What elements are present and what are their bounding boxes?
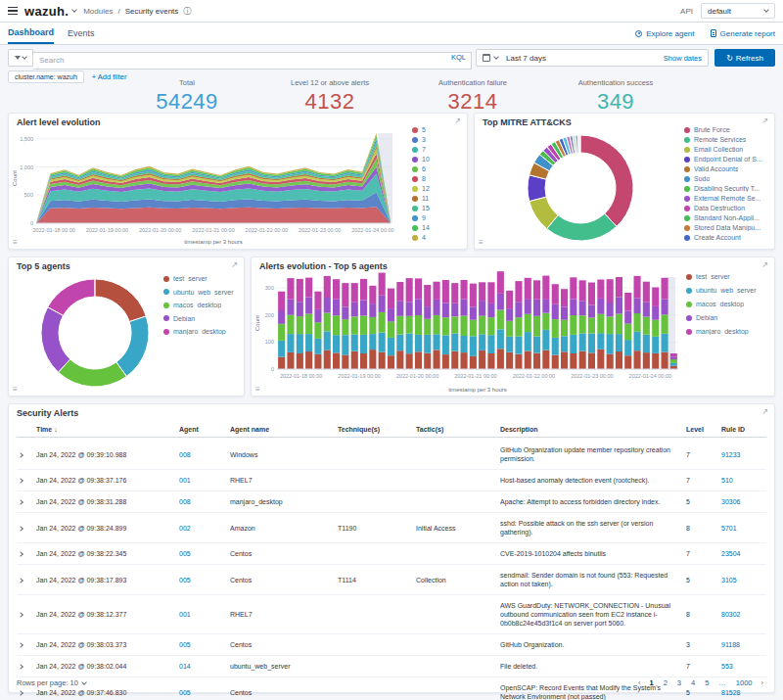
mitre-donut-chart[interactable] bbox=[483, 127, 678, 247]
tab-events[interactable]: Events bbox=[68, 23, 95, 44]
expand-panel-icon[interactable]: ↗ bbox=[231, 260, 238, 269]
page-button-1000[interactable]: 1000 bbox=[732, 677, 757, 688]
rule-id-link[interactable]: 510 bbox=[721, 477, 733, 484]
page-button-…[interactable]: … bbox=[714, 677, 730, 688]
legend-item[interactable]: 15 bbox=[412, 205, 461, 211]
breadcrumb-modules[interactable]: Modules bbox=[83, 7, 113, 16]
legend-item[interactable]: 14 bbox=[412, 224, 461, 231]
legend-item[interactable]: test_server bbox=[163, 275, 242, 282]
next-page-icon[interactable]: › bbox=[759, 678, 767, 687]
search-input[interactable] bbox=[33, 52, 472, 70]
legend-item[interactable]: macos_desktop bbox=[686, 301, 770, 307]
legend-item[interactable]: Debian bbox=[163, 315, 242, 322]
tab-dashboard[interactable]: Dashboard bbox=[8, 23, 54, 44]
legend-item[interactable]: Email Collection bbox=[684, 146, 770, 153]
expand-panel-icon[interactable]: ↗ bbox=[761, 407, 768, 416]
row-expand-button[interactable] bbox=[17, 570, 32, 590]
legend-item[interactable]: Stored Data Manipu... bbox=[684, 224, 770, 231]
page-button-2[interactable]: 2 bbox=[660, 677, 671, 688]
agent-id-link[interactable]: 002 bbox=[179, 525, 191, 532]
row-expand-button[interactable] bbox=[17, 444, 32, 465]
legend-item[interactable]: Standard Non-Appli... bbox=[684, 214, 770, 221]
legend-item[interactable]: 5 bbox=[412, 126, 461, 133]
agent-id-link[interactable]: 008 bbox=[179, 451, 191, 458]
rule-id-link[interactable]: 30306 bbox=[721, 498, 740, 505]
alert-level-area-chart[interactable]: 05001,0001,5002022-01-18 00:002022-01-19… bbox=[11, 127, 400, 247]
page-button-1[interactable]: 1 bbox=[645, 677, 657, 688]
legend-item[interactable]: Create Account bbox=[684, 234, 770, 241]
rule-id-link[interactable]: 553 bbox=[721, 663, 733, 670]
legend-toggle-icon[interactable]: ≡ bbox=[13, 239, 18, 247]
refresh-button[interactable]: ↻Refresh bbox=[714, 49, 775, 67]
top-agents-donut-chart[interactable] bbox=[11, 270, 160, 395]
legend-item[interactable]: External Remote Se... bbox=[684, 195, 770, 202]
legend-item[interactable]: 4 bbox=[412, 234, 461, 241]
rule-id-link[interactable]: 91188 bbox=[721, 641, 740, 648]
explore-agent-button[interactable]: Explore agent bbox=[635, 29, 694, 38]
row-expand-button[interactable] bbox=[17, 656, 32, 677]
row-expand-button[interactable] bbox=[17, 470, 32, 490]
agent-id-link[interactable]: 008 bbox=[179, 498, 191, 505]
legend-item[interactable]: Brute Force bbox=[684, 126, 770, 133]
rule-id-link[interactable]: 80302 bbox=[721, 611, 740, 618]
rule-id-link[interactable]: 5701 bbox=[721, 525, 737, 532]
row-expand-button[interactable] bbox=[17, 543, 32, 564]
expand-panel-icon[interactable]: ↗ bbox=[454, 117, 461, 125]
rule-id-link[interactable]: 23504 bbox=[721, 550, 740, 557]
previous-page-icon[interactable]: ‹ bbox=[635, 678, 644, 687]
column-header-tactic-s-[interactable]: Tactic(s) bbox=[412, 422, 496, 437]
agent-id-link[interactable]: 005 bbox=[179, 550, 191, 557]
column-header-time[interactable]: Time ↓ bbox=[32, 422, 175, 437]
legend-toggle-icon[interactable]: ≡ bbox=[479, 239, 484, 247]
legend-item[interactable]: Disabling Security T... bbox=[684, 185, 770, 192]
index-pattern-select[interactable]: default bbox=[701, 3, 775, 19]
legend-item[interactable]: 8 bbox=[412, 175, 461, 182]
generate-report-button[interactable]: Generate report bbox=[711, 29, 775, 38]
legend-item[interactable]: manjaro_desktop bbox=[686, 328, 770, 335]
rule-id-link[interactable]: 91233 bbox=[721, 451, 740, 458]
row-expand-button[interactable] bbox=[17, 518, 32, 538]
alerts-evolution-bar-chart[interactable]: 01002003002022-01-18 00:002022-01-19 00:… bbox=[253, 271, 686, 395]
saved-query-menu-button[interactable] bbox=[8, 49, 33, 67]
legend-item[interactable]: Endpoint Denial of S... bbox=[684, 156, 770, 163]
legend-item[interactable]: ubuntu_web_server bbox=[163, 289, 242, 296]
legend-item[interactable]: Sudo bbox=[684, 175, 770, 182]
legend-item[interactable]: Valid Accounts bbox=[684, 165, 770, 172]
legend-item[interactable]: 12 bbox=[412, 185, 461, 192]
rows-per-page-select[interactable]: Rows per page: 10 bbox=[17, 678, 86, 687]
column-header-description[interactable]: Description bbox=[496, 422, 682, 437]
time-range-value[interactable]: Last 7 days bbox=[506, 54, 660, 63]
legend-item[interactable]: manjaro_desktop bbox=[163, 328, 242, 335]
column-header-rule-id[interactable]: Rule ID bbox=[717, 422, 766, 437]
rule-id-link[interactable]: 81528 bbox=[721, 689, 740, 696]
legend-item[interactable]: Debian bbox=[686, 314, 770, 321]
kql-toggle[interactable]: KQL bbox=[451, 53, 466, 62]
legend-item[interactable]: test_server bbox=[686, 273, 770, 280]
row-expand-button[interactable] bbox=[17, 491, 32, 512]
legend-item[interactable]: 10 bbox=[412, 156, 461, 163]
legend-item[interactable]: 7 bbox=[412, 146, 461, 153]
filter-chip-cluster-name[interactable]: cluster.name: wazuh bbox=[8, 70, 84, 83]
column-header-technique-s-[interactable]: Technique(s) bbox=[334, 422, 412, 437]
agent-id-link[interactable]: 014 bbox=[179, 663, 191, 670]
legend-item[interactable]: macos_desktop bbox=[163, 302, 242, 308]
legend-item[interactable]: 9 bbox=[412, 214, 461, 221]
legend-item[interactable]: Remote Services bbox=[684, 136, 770, 143]
show-dates-button[interactable]: Show dates bbox=[664, 54, 702, 63]
info-icon[interactable]: ⓘ bbox=[183, 6, 191, 17]
legend-item[interactable]: Data Destruction bbox=[684, 205, 770, 211]
legend-item[interactable]: 6 bbox=[412, 165, 461, 172]
legend-item[interactable]: ubuntu_web_server bbox=[686, 287, 770, 294]
date-range-picker[interactable]: Last 7 days Show dates bbox=[476, 49, 709, 67]
page-button-4[interactable]: 4 bbox=[687, 677, 699, 688]
agent-id-link[interactable]: 005 bbox=[179, 689, 191, 696]
page-button-3[interactable]: 3 bbox=[673, 677, 685, 688]
legend-toggle-icon[interactable]: ≡ bbox=[13, 386, 18, 394]
menu-icon[interactable] bbox=[8, 7, 18, 15]
rule-id-link[interactable]: 3105 bbox=[721, 577, 737, 583]
column-header-agent[interactable]: Agent bbox=[175, 422, 226, 437]
row-expand-button[interactable] bbox=[17, 604, 32, 625]
legend-item[interactable]: 11 bbox=[412, 195, 461, 202]
column-header-agent-name[interactable]: Agent name bbox=[226, 422, 334, 437]
expand-panel-icon[interactable]: ↗ bbox=[761, 260, 768, 269]
